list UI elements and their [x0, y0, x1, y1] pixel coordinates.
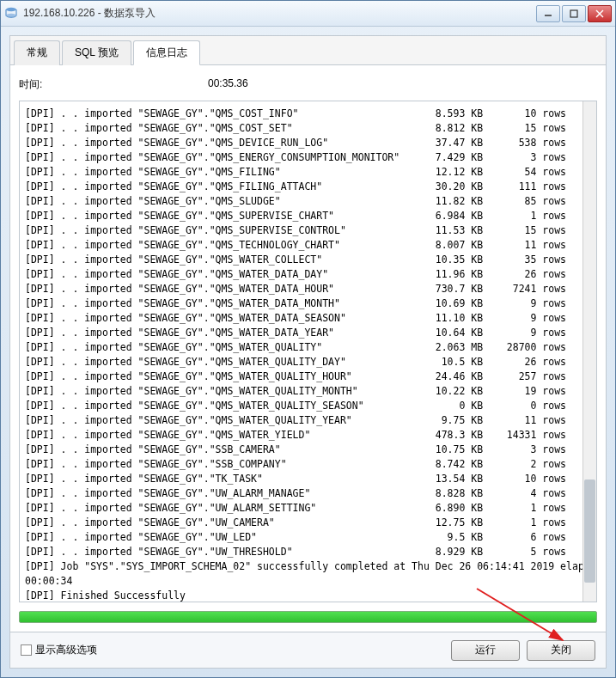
window-title: 192.168.10.226 - 数据泵导入: [23, 6, 536, 21]
tab-general[interactable]: 常规: [14, 40, 60, 65]
log-line: [DPI] . . imported "SEWAGE_GY"."QMS_SLUD…: [25, 194, 591, 209]
time-row: 时间: 00:35.36: [19, 74, 597, 101]
info-log-panel: 时间: 00:35.36 [DPI] . . imported "SEWAGE_…: [10, 65, 606, 632]
window-controls: [536, 5, 612, 22]
tab-bar: 常规 SQL 预览 信息日志: [10, 36, 606, 65]
progress-bar: [19, 611, 597, 623]
log-line: [DPI] . . imported "SEWAGE_GY"."QMS_WATE…: [25, 399, 591, 413]
main-window: 192.168.10.226 - 数据泵导入 常规 SQL 预览 信息日志 时间…: [0, 0, 616, 678]
log-line: [DPI] . . imported "SEWAGE_GY"."UW_THRES…: [25, 545, 591, 559]
log-line: [DPI] . . imported "SEWAGE_GY"."QMS_WATE…: [25, 428, 591, 443]
log-line: [DPI] . . imported "SEWAGE_GY"."QMS_WATE…: [25, 267, 591, 282]
log-line: [DPI] . . imported "SEWAGE_GY"."QMS_SUPE…: [25, 223, 591, 238]
log-textarea[interactable]: [DPI] . . imported "SEWAGE_GY"."QMS_COST…: [19, 101, 597, 602]
log-line: [DPI] . . imported "SEWAGE_GY"."UW_ALARM…: [25, 486, 591, 501]
log-line: [DPI] . . imported "SEWAGE_GY"."QMS_ENER…: [25, 150, 591, 165]
log-line: [DPI] . . imported "SEWAGE_GY"."QMS_WATE…: [25, 282, 591, 296]
log-line: [DPI] . . imported "SEWAGE_GY"."QMS_FILI…: [25, 180, 591, 194]
svg-point-1: [6, 13, 16, 16]
scroll-thumb[interactable]: [584, 479, 595, 583]
vertical-scrollbar[interactable]: [582, 101, 596, 602]
close-window-button[interactable]: [588, 5, 612, 22]
log-line: [DPI] . . imported "SEWAGE_GY"."SSB_COMP…: [25, 457, 591, 472]
advanced-options-row[interactable]: 显示高级选项: [21, 643, 444, 657]
advanced-options-label: 显示高级选项: [35, 643, 97, 657]
log-line: [DPI] . . imported "SEWAGE_GY"."QMS_COST…: [25, 121, 591, 136]
footer: 显示高级选项 运行 关闭: [10, 632, 606, 668]
log-line: [DPI] . . imported "SEWAGE_GY"."QMS_FILI…: [25, 165, 591, 180]
database-icon: [4, 7, 18, 21]
log-completion-line: [DPI] Job "SYS"."SYS_IMPORT_SCHEMA_02" s…: [25, 559, 591, 574]
log-completion-line2: 00:00:34: [25, 574, 591, 589]
log-line: [DPI] . . imported "SEWAGE_GY"."QMS_WATE…: [25, 355, 591, 370]
maximize-button[interactable]: [562, 5, 586, 22]
log-line: [DPI] . . imported "SEWAGE_GY"."QMS_WATE…: [25, 413, 591, 428]
minimize-button[interactable]: [536, 5, 560, 22]
run-button[interactable]: 运行: [451, 640, 520, 661]
tab-info-log[interactable]: 信息日志: [133, 40, 200, 65]
log-line: [DPI] . . imported "SEWAGE_GY"."QMS_COST…: [25, 107, 591, 121]
log-line: [DPI] . . imported "SEWAGE_GY"."SSB_CAME…: [25, 443, 591, 457]
log-line: [DPI] . . imported "SEWAGE_GY"."QMS_WATE…: [25, 370, 591, 384]
log-line: [DPI] . . imported "SEWAGE_GY"."QMS_TECH…: [25, 238, 591, 253]
log-finished-line: [DPI] Finished Successfully: [25, 589, 591, 602]
log-line: [DPI] . . imported "SEWAGE_GY"."QMS_SUPE…: [25, 209, 591, 223]
svg-rect-3: [570, 10, 577, 17]
tab-sql-preview[interactable]: SQL 预览: [62, 40, 131, 65]
log-line: [DPI] . . imported "SEWAGE_GY"."QMS_DEVI…: [25, 136, 591, 150]
titlebar[interactable]: 192.168.10.226 - 数据泵导入: [1, 1, 615, 27]
log-line: [DPI] . . imported "SEWAGE_GY"."TK_TASK"…: [25, 472, 591, 486]
time-label: 时间:: [19, 77, 208, 92]
log-line: [DPI] . . imported "SEWAGE_GY"."QMS_WATE…: [25, 384, 591, 399]
log-line: [DPI] . . imported "SEWAGE_GY"."QMS_WATE…: [25, 340, 591, 355]
svg-point-0: [6, 7, 16, 10]
log-line: [DPI] . . imported "SEWAGE_GY"."QMS_WATE…: [25, 296, 591, 311]
close-button[interactable]: 关闭: [527, 640, 595, 661]
log-line: [DPI] . . imported "SEWAGE_GY"."QMS_WATE…: [25, 253, 591, 267]
advanced-options-checkbox[interactable]: [21, 644, 32, 656]
log-line: [DPI] . . imported "SEWAGE_GY"."QMS_WATE…: [25, 326, 591, 340]
log-line: [DPI] . . imported "SEWAGE_GY"."UW_LED" …: [25, 530, 591, 545]
content-area: 常规 SQL 预览 信息日志 时间: 00:35.36 [DPI] . . im…: [9, 35, 607, 669]
time-value: 00:35.36: [208, 77, 248, 92]
log-line: [DPI] . . imported "SEWAGE_GY"."QMS_WATE…: [25, 311, 591, 326]
log-line: [DPI] . . imported "SEWAGE_GY"."UW_ALARM…: [25, 501, 591, 516]
log-line: [DPI] . . imported "SEWAGE_GY"."UW_CAMER…: [25, 516, 591, 530]
